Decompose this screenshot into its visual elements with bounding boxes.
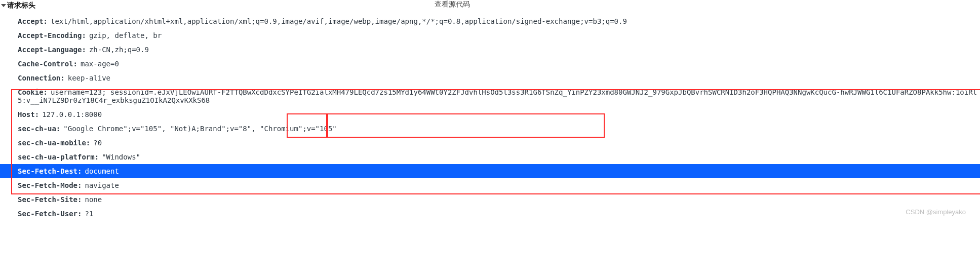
header-name: sec-ch-ua-platform (18, 153, 99, 161)
header-row[interactable]: Sec-Fetch-Destdocument (0, 164, 980, 178)
header-row[interactable]: Accept-Languagezh-CN,zh;q=0.9 (18, 43, 980, 57)
header-row[interactable]: Sec-Fetch-Modenavigate (18, 178, 980, 192)
header-row[interactable]: Connectionkeep-alive (18, 71, 980, 85)
header-value: username=123; sessionid=.eJxVjLEOwiAURf-… (18, 88, 977, 104)
header-value: ?0 (93, 139, 102, 147)
header-value: "Windows" (102, 153, 140, 161)
header-row[interactable]: Host127.0.0.1:8000 (18, 107, 980, 122)
header-name: Cookie (18, 88, 48, 96)
header-value: ?1 (85, 210, 93, 218)
header-name: Host (18, 110, 39, 118)
header-row[interactable]: Sec-Fetch-Sitenone (18, 192, 980, 207)
header-value: none (85, 195, 102, 204)
watermark: CSDN @simpleyako (906, 208, 966, 216)
header-name: Accept (18, 17, 48, 25)
header-value: 127.0.0.1:8000 (42, 110, 102, 118)
header-row[interactable]: Sec-Fetch-User?1 (18, 207, 980, 221)
header-name: Sec-Fetch-User (18, 210, 82, 218)
header-name: Accept-Encoding (18, 31, 86, 39)
header-row[interactable]: Accept-Encodinggzip, deflate, br (18, 28, 980, 43)
request-headers-panel: 请求标头 查看源代码 Accepttext/html,application/x… (0, 0, 980, 221)
header-name: Sec-Fetch-Site (18, 195, 82, 204)
header-rows: Accepttext/html,application/xhtml+xml,ap… (0, 14, 980, 221)
view-source-link[interactable]: 查看源代码 (435, 0, 470, 9)
header-name: Cache-Control (18, 60, 77, 68)
header-value: gzip, deflate, br (89, 31, 162, 39)
header-value: document (85, 167, 119, 175)
header-row[interactable]: sec-ch-ua-mobile?0 (18, 136, 980, 150)
header-value: navigate (85, 181, 119, 189)
header-value: "Google Chrome";v="105", "Not)A;Brand";v… (63, 125, 336, 133)
header-row[interactable]: sec-ch-ua-platform"Windows" (18, 150, 980, 164)
header-row[interactable]: sec-ch-ua"Google Chrome";v="105", "Not)A… (18, 122, 980, 136)
section-title-text: 请求标头 (7, 1, 35, 10)
header-value: zh-CN,zh;q=0.9 (89, 46, 149, 54)
header-row[interactable]: Cache-Controlmax-age=0 (18, 57, 980, 71)
section-title[interactable]: 请求标头 (2, 1, 980, 10)
header-value: text/html,application/xhtml+xml,applicat… (51, 17, 627, 25)
header-name: Sec-Fetch-Dest (18, 167, 82, 175)
header-name: Sec-Fetch-Mode (18, 181, 82, 189)
collapse-triangle-icon[interactable] (1, 4, 6, 7)
header-value: max-age=0 (81, 60, 119, 68)
header-name: Connection (18, 74, 65, 82)
header-value: keep-alive (68, 74, 110, 82)
header-row[interactable]: Cookieusername=123; sessionid=.eJxVjLEOw… (18, 85, 980, 107)
header-row[interactable]: Accepttext/html,application/xhtml+xml,ap… (18, 14, 980, 28)
header-name: Accept-Language (18, 46, 86, 54)
header-name: sec-ch-ua-mobile (18, 139, 90, 147)
header-name: sec-ch-ua (18, 125, 60, 133)
